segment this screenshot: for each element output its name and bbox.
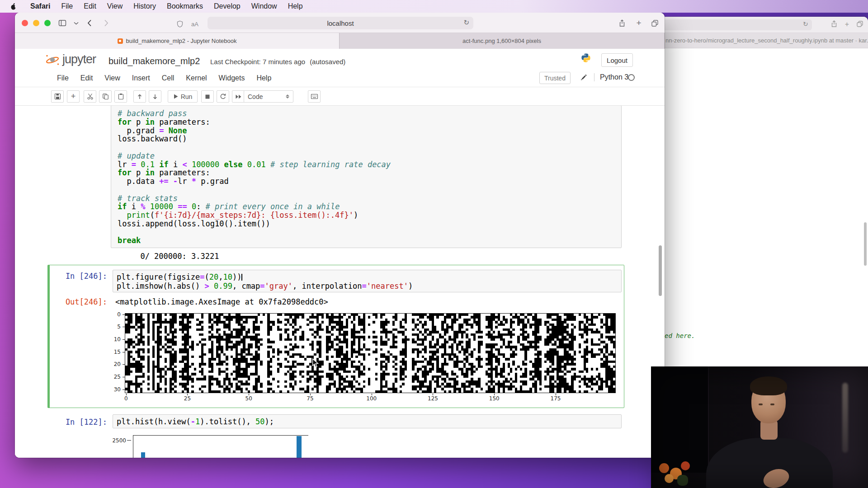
menubar-safari[interactable]: Safari [25, 2, 56, 10]
macos-menubar: Safari File Edit View History Bookmarks … [0, 0, 868, 13]
code-line: for p in parameters: [118, 169, 621, 177]
paste-cell-button[interactable] [114, 90, 127, 103]
minimize-window-button[interactable] [33, 20, 39, 26]
tab-act-func-png[interactable]: act-func.png 1,600×804 pixels [340, 33, 665, 49]
jupyter-logo[interactable]: jupyter [44, 52, 96, 66]
code-cell-input[interactable]: plt.figure(figsize=(20,10))plt.imshow(h.… [113, 270, 622, 292]
command-palette-button[interactable] [308, 90, 321, 103]
menu-file[interactable]: File [51, 74, 75, 82]
imshow-y-tick-mark [123, 339, 125, 340]
run-cell-button[interactable]: Run [168, 90, 198, 103]
background-tab-title[interactable]: nn-zero-to-hero/micrograd_lecture_second… [659, 37, 868, 44]
code-cell-input[interactable]: # backward passfor p in parameters: p.gr… [111, 106, 622, 248]
menubar-help[interactable]: Help [283, 2, 308, 10]
hist-y-tick-label: 2500 [101, 437, 126, 444]
imshow-y-tick-label: 20 [106, 361, 121, 367]
tab-overview-button[interactable] [649, 18, 660, 28]
code-line: for p in parameters: [118, 118, 621, 127]
python-logo-icon [581, 53, 591, 65]
imshow-x-tick-mark [249, 394, 249, 395]
tab-jupyter-notebook[interactable]: build_makemore_mlp2 - Jupyter Notebook [15, 33, 340, 49]
close-window-button[interactable] [22, 20, 28, 26]
save-button[interactable] [51, 90, 64, 103]
menubar-edit[interactable]: Edit [78, 2, 102, 10]
background-toolbar-icons: + [830, 20, 863, 29]
menu-view[interactable]: View [99, 74, 126, 82]
back-button[interactable] [84, 17, 95, 29]
new-tab-icon[interactable]: + [845, 20, 849, 29]
menu-cell[interactable]: Cell [156, 74, 180, 82]
notebook-scrollbar-thumb[interactable] [659, 245, 662, 296]
code-cell-input[interactable]: plt.hist(h.view(-1).tolist(), 50); [113, 414, 622, 428]
privacy-shield-icon[interactable] [174, 18, 186, 30]
menu-edit[interactable]: Edit [75, 74, 99, 82]
jupyter-favicon [118, 38, 123, 44]
reload-icon[interactable]: ↻ [803, 20, 808, 28]
mouse-cursor [312, 358, 320, 370]
webcam-vignette [651, 366, 868, 488]
restart-run-all-button[interactable] [232, 90, 245, 103]
background-tab-strip: nn-zero-to-hero/micrograd_lecture_second… [659, 33, 868, 48]
move-cell-down-button[interactable] [149, 90, 161, 103]
imshow-x-tick-label: 75 [307, 395, 313, 402]
cell-type-dropdown[interactable]: Code [244, 90, 293, 103]
new-tab-button[interactable]: + [633, 18, 645, 28]
address-bar[interactable]: localhost ↻ [208, 17, 473, 29]
imshow-x-tick-label: 175 [551, 395, 561, 402]
checkpoint-text: Last Checkpoint: 7 minutes ago [210, 58, 305, 66]
menubar-history[interactable]: History [128, 2, 161, 10]
cell-output-text: 0/ 200000: 3.3221 [113, 252, 219, 261]
cut-cell-button[interactable] [84, 90, 96, 103]
code-line: # track stats [118, 194, 621, 203]
reload-icon[interactable]: ↻ [463, 19, 469, 27]
menubar-file[interactable]: File [56, 2, 78, 10]
copy-cell-button[interactable] [99, 90, 112, 103]
notebook-title[interactable]: build_makemore_mlp2 [108, 56, 200, 66]
logout-button[interactable]: Logout [601, 53, 633, 67]
menu-insert[interactable]: Insert [126, 74, 156, 82]
jupyter-menu-row: File Edit View Insert Cell Kernel Widget… [15, 69, 665, 87]
imshow-y-tick-mark [123, 314, 125, 315]
traffic-lights [22, 20, 51, 26]
menu-widgets[interactable]: Widgets [213, 74, 251, 82]
imshow-x-tick-label: 125 [428, 395, 438, 402]
hist-left-spine [133, 435, 133, 458]
input-prompt: In [122]: [52, 418, 107, 427]
code-line: p.data += -lr * p.grad [118, 177, 621, 186]
webcam-overlay [651, 366, 868, 488]
background-scrollbar-thumb[interactable] [864, 222, 867, 266]
menubar-view[interactable]: View [102, 2, 128, 10]
apple-menu-icon[interactable] [10, 3, 17, 10]
imshow-x-tick-label: 0 [124, 395, 128, 402]
run-label: Run [181, 93, 193, 100]
share-icon[interactable] [616, 18, 628, 28]
imshow-y-tick-label: 0 [106, 311, 121, 318]
interrupt-kernel-button[interactable] [201, 90, 214, 103]
input-prompt: In [246]: [52, 272, 107, 281]
imshow-y-tick-label: 25 [106, 374, 121, 380]
restart-kernel-button[interactable] [217, 90, 229, 103]
add-cell-button[interactable]: + [67, 90, 80, 103]
menubar-window[interactable]: Window [246, 2, 283, 10]
imshow-y-tick-mark [123, 389, 125, 390]
safari-tab-bar: build_makemore_mlp2 - Jupyter Notebook a… [15, 33, 665, 49]
menu-kernel[interactable]: Kernel [180, 74, 212, 82]
trusted-badge[interactable]: Trusted [539, 72, 571, 84]
zoom-window-button[interactable] [44, 20, 51, 26]
reader-icon[interactable]: aA [189, 18, 201, 30]
forward-button[interactable] [100, 17, 112, 29]
background-page-text: ed here. [665, 332, 695, 339]
move-cell-up-button[interactable] [133, 90, 146, 103]
code-line: print(f'{i:7d}/{max_steps:7d}: {loss.ite… [118, 211, 621, 220]
background-url-field[interactable] [663, 19, 812, 30]
imshow-x-tick-mark [433, 394, 433, 395]
sidebar-chevron-icon[interactable] [70, 17, 82, 29]
menubar-bookmarks[interactable]: Bookmarks [161, 2, 208, 10]
tab-overview-icon[interactable] [856, 20, 863, 29]
share-icon[interactable] [830, 20, 838, 29]
menubar-develop[interactable]: Develop [208, 2, 246, 10]
imshow-y-tick-mark [123, 364, 125, 365]
imshow-y-tick-mark [123, 377, 125, 377]
sidebar-toggle-icon[interactable] [57, 17, 68, 29]
menu-help[interactable]: Help [250, 74, 277, 82]
